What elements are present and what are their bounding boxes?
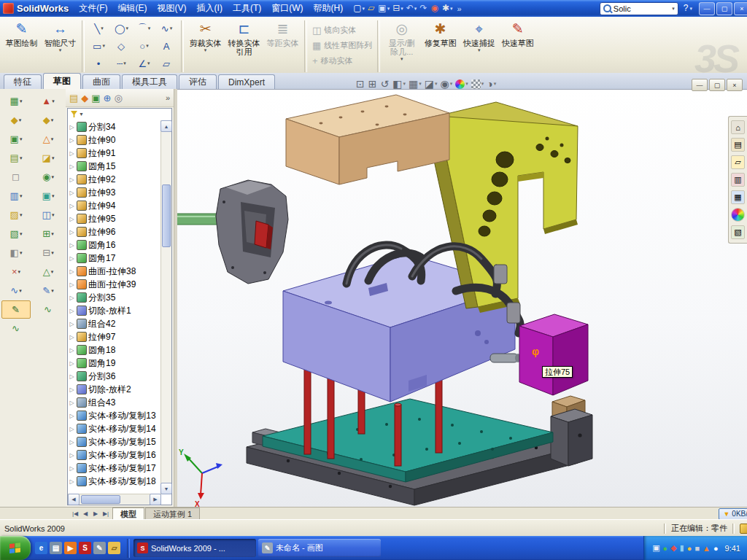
scroll-right-button[interactable]: ▶ — [150, 494, 161, 505]
save-icon[interactable]: ▣ ▾ — [376, 2, 391, 15]
displaymanager-tab-icon[interactable]: ◎ — [115, 93, 123, 104]
expand-arrow-icon[interactable]: ▷ — [69, 373, 75, 380]
linear-sketch-pattern-button[interactable]: ▦ 线性草图阵列 — [310, 39, 374, 52]
left-tool-sketch-edit[interactable]: ✎ — [1, 300, 31, 319]
configurationmanager-tab-icon[interactable]: ▣ — [91, 93, 100, 104]
mirror-entities-button[interactable]: ◫ 镜向实体 — [310, 24, 374, 36]
left-tool2-draft[interactable]: ▣ ▾ — [34, 187, 63, 205]
filter-dropdown-icon[interactable]: ▼ — [79, 112, 84, 117]
tab-features[interactable]: 特征 — [4, 74, 42, 89]
view-settings-icon[interactable]: ◑ ▾ — [487, 77, 496, 90]
feature-tree-item[interactable]: ▷ 拉伸90 — [69, 133, 161, 147]
rapid-sketch-button[interactable]: ✎ 快速草图 — [499, 18, 536, 74]
toolbox-icon[interactable]: ▥ — [731, 173, 745, 187]
close-document-icon[interactable]: × — [727, 79, 743, 91]
apply-scene-icon[interactable]: ▾ — [471, 77, 484, 90]
feature-tree-item[interactable]: ▷ 切除-放样2 — [69, 383, 161, 396]
tray-alert-icon[interactable]: ◆ — [670, 543, 676, 553]
feature-tree-item[interactable]: ▷ 圆角17 — [69, 252, 161, 265]
feature-tree-item[interactable]: ▷ 圆角18 — [69, 343, 161, 357]
scroll-thumb[interactable] — [162, 184, 171, 247]
ellipse-tool[interactable]: ○ ▾ — [133, 37, 155, 55]
expand-arrow-icon[interactable]: ▷ — [69, 308, 75, 314]
media-player-icon[interactable]: ▶ — [64, 542, 77, 554]
left-tool-spline[interactable]: ∿ ▾ — [1, 281, 31, 300]
feature-tree-item[interactable]: ▷ 圆角19 — [69, 357, 161, 370]
expand-arrow-icon[interactable]: ▷ — [69, 295, 75, 301]
move-entities-button[interactable]: + 移动实体 — [310, 55, 374, 67]
search-input[interactable]: Solic — [614, 4, 670, 13]
feature-tree-item[interactable]: ▷ 分割36 — [69, 370, 161, 383]
task-solidworks[interactable]: S SolidWorks 2009 - ... — [133, 539, 256, 557]
new-document-icon[interactable]: ▢ ▾ — [352, 2, 366, 15]
undo-icon[interactable]: ↶ ▾ — [405, 2, 419, 15]
plane-tool[interactable]: ▱ — [155, 55, 178, 72]
dimxpertmanager-tab-icon[interactable]: ⊕ — [104, 93, 112, 104]
tab-evaluate[interactable]: 评估 — [179, 74, 217, 89]
tab-scroll-button[interactable]: ▶| — [101, 510, 111, 517]
feature-tree-item[interactable]: ▷ 圆角15 — [69, 160, 161, 173]
left-tool2-cut[interactable]: ◪ ▾ — [34, 149, 63, 167]
tray-display-icon[interactable]: ▮ — [680, 543, 684, 553]
feature-tree-item[interactable]: ▷ 实体-移动/复制13 — [69, 409, 161, 422]
print-icon[interactable]: ⊟ ▾ — [391, 2, 405, 15]
filter-icon[interactable] — [71, 111, 77, 117]
expand-arrow-icon[interactable]: ▷ — [69, 137, 75, 144]
open-icon[interactable]: ▱ — [366, 2, 376, 15]
expand-arrow-icon[interactable]: ▷ — [69, 426, 75, 432]
expand-arrow-icon[interactable]: ▷ — [69, 163, 75, 170]
expand-arrow-icon[interactable]: ▷ — [69, 203, 75, 209]
left-tool2-edit[interactable]: ✎ ▾ — [34, 281, 63, 300]
tab-sketch[interactable]: 草图 — [43, 73, 81, 89]
left-tool-surfaces[interactable]: ▤ ▾ — [1, 149, 31, 167]
minimize-button[interactable]: — — [699, 2, 715, 15]
expand-arrow-icon[interactable]: ▷ — [69, 216, 75, 222]
expand-arrow-icon[interactable]: ▷ — [69, 281, 75, 288]
tray-shield-icon[interactable]: ● — [663, 544, 668, 553]
quick-snaps-button[interactable]: ⌖ 快速捕捉 ▾ — [460, 18, 498, 74]
scroll-up-button[interactable]: ▲ — [160, 120, 172, 132]
polygon-tool[interactable]: ◇ — [110, 37, 133, 55]
model-tan-block[interactable] — [286, 95, 449, 184]
line-tool[interactable]: ╲ ▾ — [88, 20, 110, 37]
expand-arrow-icon[interactable]: ▷ — [69, 321, 75, 327]
tab-dimxpert[interactable]: DimXpert — [218, 74, 275, 89]
model-corner-blocks[interactable] — [551, 396, 592, 466]
left-tool2-revolve[interactable]: ◆ ▾ — [34, 111, 63, 129]
menu-file[interactable]: 文件(F) — [74, 1, 112, 16]
tray-warn-icon[interactable]: ▲ — [703, 544, 711, 553]
folder-quicklaunch-icon[interactable]: ▱ — [108, 542, 120, 554]
left-tool-features[interactable]: ▣ ▾ — [1, 130, 31, 148]
point-tool[interactable]: • — [88, 55, 110, 72]
expand-arrow-icon[interactable]: ▷ — [69, 452, 75, 459]
smart-dimension-button[interactable]: ↔ 智能尺寸 ▾ — [42, 18, 79, 74]
hide-show-items-icon[interactable]: ◉ ▾ — [440, 77, 452, 90]
tab-surfaces[interactable]: 曲面 — [82, 74, 120, 89]
left-tool-reference[interactable]: ◻ — [1, 168, 31, 186]
expand-arrow-icon[interactable]: ▷ — [69, 400, 75, 406]
left-tool-pattern[interactable]: ▨ ▾ — [1, 206, 31, 224]
left-tool2-wrap[interactable]: ⊞ ▾ — [34, 225, 63, 243]
previous-view-icon[interactable]: ↺ — [380, 77, 390, 90]
tray-update-icon[interactable]: ● — [687, 544, 692, 553]
menu-view[interactable]: 视图(V) — [152, 1, 192, 16]
menu-help[interactable]: 帮助(H) — [309, 1, 349, 16]
motion-study-tab[interactable]: 运动算例 1 — [145, 508, 200, 520]
left-tool2-hole[interactable]: ◉ ▾ — [34, 168, 63, 186]
expand-arrow-icon[interactable]: ▷ — [69, 242, 75, 249]
feature-tree-item[interactable]: ▷ 拉伸96 — [69, 225, 161, 238]
feature-tree-item[interactable]: ▷ 切除-放样1 — [69, 304, 161, 317]
tab-mold-tools[interactable]: 模具工具 — [122, 74, 177, 89]
left-tool2-dome[interactable]: ⊟ ▾ — [34, 244, 63, 262]
tray-ime-icon[interactable]: ▣ — [652, 543, 659, 553]
left-tool2-spline[interactable]: ∿ — [34, 300, 63, 319]
feature-tree-item[interactable]: ▷ 分割35 — [69, 291, 161, 304]
paint-quicklaunch-icon[interactable]: ✎ — [93, 542, 106, 554]
rectangle-tool[interactable]: ▭ ▾ — [88, 37, 110, 55]
tray-volume-icon[interactable]: ● — [713, 544, 719, 553]
left-tool-entities[interactable]: ◆ ▾ — [1, 111, 31, 129]
expand-arrow-icon[interactable]: ▷ — [69, 229, 75, 236]
search-box[interactable]: Solic ▾ — [600, 2, 678, 15]
left-tool-trim[interactable]: × ▾ — [1, 262, 31, 281]
display-delete-relations-button[interactable]: ◎ 显示/删除几... ▾ — [383, 18, 420, 74]
